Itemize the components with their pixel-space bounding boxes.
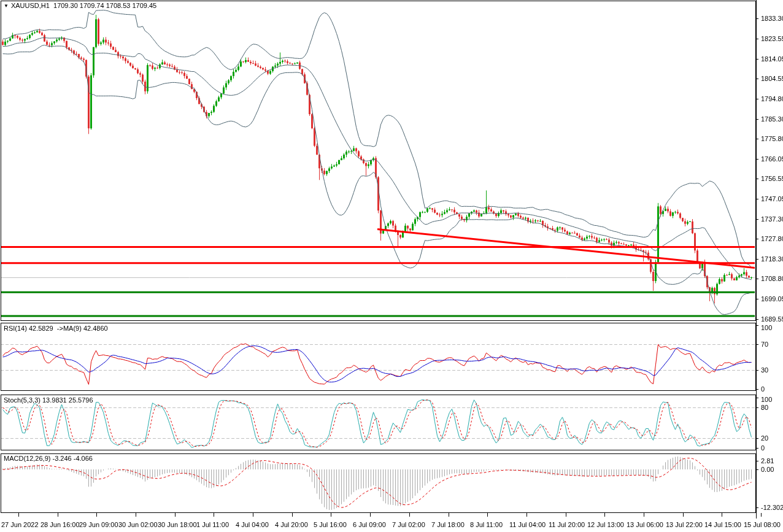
rsi-axis-label: 70 [761,341,768,348]
macd-axis-label: -12.302 [761,504,783,511]
price-axis-label: 1689.55 [761,315,783,323]
price-axis-label: 1766.05 [761,155,783,163]
stoch-axis-label: 100 [761,396,772,403]
time-axis-label: 5 Jul 16:00 [314,521,347,528]
price-axis-label: 1708.80 [761,275,783,282]
time-axis-label: 11 Jul 04:00 [509,521,546,528]
price-axis-label: 1727.80 [761,235,783,242]
time-axis-label: 8 Jul 11:00 [470,521,503,528]
stoch-axis-label: 20 [761,434,768,442]
symbol-label: XAUUSD,H1 [11,2,50,9]
price-axis-label: 1718.30 [761,255,783,263]
time-axis-label: 29 Jun 09:00 [79,521,118,528]
price-axis-label: 1747.05 [761,195,783,202]
price-axis-label: 1785.30 [761,115,783,123]
time-axis-label: 12 Jul 13:00 [587,521,624,528]
macd-indicator-label: MACD(12,26,9) -3.246 -4.066 [4,455,93,463]
time-axis-label: 11 Jul 20:00 [549,521,585,528]
time-axis-label: 30 Jun 18:00 [158,521,197,528]
rsi-indicator-label: RSI(14) 42.5829 ->MA(9) 42.4860 [4,325,108,333]
time-axis-label: 4 Jul 04:00 [236,521,269,528]
chart-window: ▼XAUUSD,H1 1709.30 1709.74 1708.53 1709.… [0,0,783,532]
price-axis-label: 1804.55 [761,75,783,82]
stoch-axis-label: 80 [761,404,768,411]
price-axis-label: 1756.55 [761,175,783,182]
time-axis-label: 13 Jul 22:00 [666,521,703,528]
rsi-axis-label: 30 [761,366,768,374]
time-axis-label: 6 Jul 09:00 [353,521,386,528]
price-chart-canvas[interactable] [0,0,783,532]
price-axis-label: 1737.30 [761,215,783,223]
time-axis-label: 30 Jun 02:00 [118,521,158,528]
time-axis-label: 7 Jul 18:00 [431,521,465,528]
time-axis[interactable]: 27 Jun 202228 Jun 16:0029 Jun 09:0030 Ju… [0,519,783,532]
price-axis-label: 1775.80 [761,135,783,142]
time-axis-label: 15 Jul 08:00 [744,521,781,528]
stoch-indicator-label: Stoch(5,3,3) 13.9831 25.5796 [4,396,93,404]
time-axis-label: 14 Jul 15:00 [704,521,741,528]
price-axis-label: 1823.55 [761,35,783,42]
stoch-axis-label: 0 [761,444,765,452]
symbol-dropdown-icon[interactable]: ▼ [4,3,9,9]
time-axis-label: 28 Jun 16:00 [40,521,80,528]
time-axis-label: 7 Jul 02:00 [392,521,425,528]
macd-axis-label: 2.81 [761,457,774,465]
price-axis[interactable]: 1833.301823.551814.051804.551794.801785.… [756,0,783,519]
time-axis-label: 13 Jul 06:00 [627,521,663,528]
time-axis-label: 1 Jul 11:00 [196,521,229,528]
rsi-axis-label: 0 [761,385,765,393]
rsi-axis-label: 100 [761,324,772,331]
price-axis-label: 1699.05 [761,295,783,303]
price-axis-label: 1814.05 [761,55,783,63]
price-axis-label: 1833.30 [761,15,783,22]
time-axis-label: 27 Jun 2022 [1,521,39,528]
price-axis-label: 1794.80 [761,95,783,102]
chart-title: ▼XAUUSD,H1 1709.30 1709.74 1708.53 1709.… [4,2,156,10]
time-axis-label: 4 Jul 20:00 [275,521,308,528]
macd-axis-label: 0.00 [761,466,774,473]
ohlc-values: 1709.30 1709.74 1708.53 1709.45 [53,2,156,9]
